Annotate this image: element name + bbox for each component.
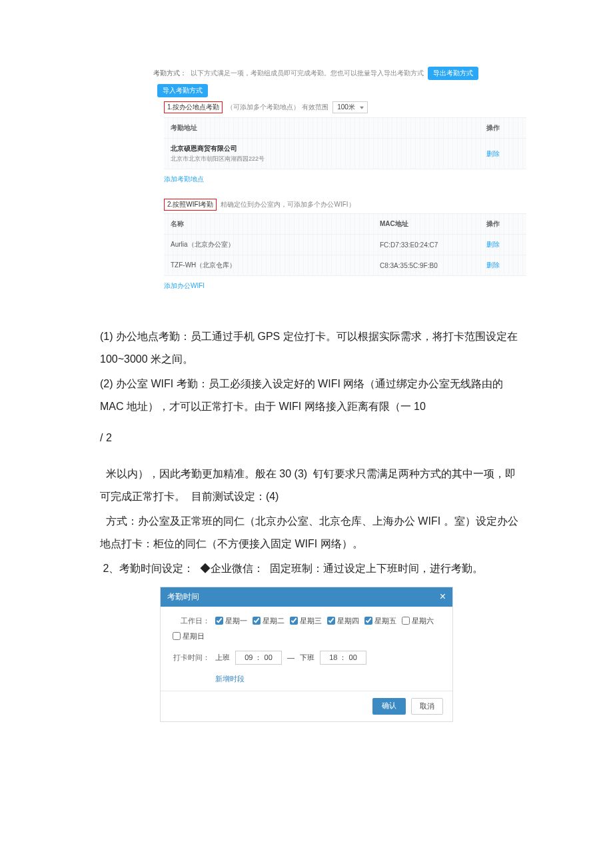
delete-location-link[interactable]: 删除 [486, 149, 520, 159]
checkbox-sat[interactable]: 星期六 [402, 616, 434, 626]
delete-wifi-link[interactable]: 删除 [486, 240, 520, 249]
document-body: (1) 办公地点考勤：员工通过手机 GPS 定位打卡。可以根据实际需求，将打卡范… [100, 325, 520, 580]
col-op2: 操作 [486, 219, 520, 229]
checkbox-tue[interactable]: 星期二 [253, 616, 285, 626]
col-op: 操作 [486, 123, 520, 133]
checkbox-fri[interactable]: 星期五 [364, 616, 396, 626]
range-select[interactable]: 100米 [332, 101, 368, 113]
modal-title: 考勤时间 [167, 591, 199, 603]
close-icon[interactable]: × [440, 591, 446, 602]
add-location-link[interactable]: 添加考勤地点 [164, 175, 204, 184]
attendance-time-modal: 考勤时间 × 工作日： 星期一 星期二 星期三 星期四 星期五 星期六 星期日 … [160, 587, 453, 722]
para-2: (2) 办公室 WIFI 考勤：员工必须接入设定好的 WIFI 网络（通过绑定办… [100, 373, 520, 417]
para-5: 2、考勤时间设定： ◆企业微信： 固定班制：通过设定上下班时间，进行考勤。 [100, 557, 520, 580]
page-fraction: / 2 [100, 427, 520, 449]
on-duty-label: 上班 [215, 653, 230, 663]
export-method-button[interactable]: 导出考勤方式 [428, 67, 478, 80]
section-location-note: （可添加多个考勤地点） 有效范围 [227, 103, 328, 112]
attendance-method-panel: 考勤方式： 以下方式满足一项，考勤组成员即可完成考勤。您也可以批量导入导出考勤方… [153, 67, 526, 299]
method-desc: 以下方式满足一项，考勤组成员即可完成考勤。您也可以批量导入导出考勤方式 [191, 69, 424, 78]
wifi-name: TZF-WH（北京仓库） [171, 261, 380, 270]
company-address: 北京市北京市朝阳区南湖西园222号 [171, 155, 486, 163]
wifi-name: Aurlia（北京办公室） [171, 240, 380, 249]
table-row: Aurlia（北京办公室） FC:D7:33:E0:24:C7 删除 [164, 235, 526, 255]
add-timeslot-link[interactable]: 新增时段 [215, 674, 245, 684]
location-table: 考勤地址 操作 北京硕恩商贸有限公司 北京市北京市朝阳区南湖西园222号 删除 [164, 117, 526, 169]
checkbox-wed[interactable]: 星期三 [290, 616, 322, 626]
off-duty-time-input[interactable]: 18 ： 00 [320, 651, 366, 665]
checkbox-mon[interactable]: 星期一 [215, 616, 247, 626]
cancel-button[interactable]: 取消 [411, 698, 443, 715]
table-row: 北京硕恩商贸有限公司 北京市北京市朝阳区南湖西园222号 删除 [164, 139, 526, 169]
on-duty-time-input[interactable]: 09 ： 00 [235, 651, 282, 665]
para-4: 方式：办公室及正常班的同仁（北京办公室、北京仓库、上海办公 WIFI 。室）设定… [100, 510, 520, 555]
modal-header: 考勤时间 × [161, 587, 452, 607]
import-method-button[interactable]: 导入考勤方式 [157, 84, 208, 97]
para-1: (1) 办公地点考勤：员工通过手机 GPS 定位打卡。可以根据实际需求，将打卡范… [100, 325, 520, 370]
section-wifi-title: 2.按照WIFI考勤 [164, 199, 217, 211]
add-wifi-link[interactable]: 添加办公WIFI [164, 281, 205, 291]
punch-time-label: 打卡时间： [173, 653, 210, 663]
method-label: 考勤方式： [153, 69, 187, 78]
checkbox-thu[interactable]: 星期四 [327, 616, 359, 626]
company-name: 北京硕恩商贸有限公司 [171, 144, 486, 153]
section-wifi-note: 精确定位到办公室内，可添加多个办公WIFI） [221, 200, 354, 209]
section-location-title: 1.按办公地点考勤 [164, 101, 223, 113]
wifi-mac: FC:D7:33:E0:24:C7 [380, 241, 486, 249]
col-address: 考勤地址 [171, 123, 486, 133]
attendance-time-modal-wrap: 考勤时间 × 工作日： 星期一 星期二 星期三 星期四 星期五 星期六 星期日 … [160, 587, 453, 722]
col-name: 名称 [171, 219, 380, 229]
off-duty-label: 下班 [300, 653, 314, 663]
workday-label: 工作日： [173, 616, 210, 626]
para-3: 米以内），因此考勤更加精准。般在 30 (3) 钉钉要求只需满足两种方式的其中一… [100, 463, 520, 507]
time-dash: — [287, 653, 295, 661]
checkbox-sun[interactable]: 星期日 [173, 631, 205, 641]
wifi-mac: C8:3A:35:5C:9F:B0 [380, 262, 486, 269]
delete-wifi-link[interactable]: 删除 [486, 261, 520, 270]
table-row: TZF-WH（北京仓库） C8:3A:35:5C:9F:B0 删除 [164, 255, 526, 276]
wifi-table: 名称 MAC地址 操作 Aurlia（北京办公室） FC:D7:33:E0:24… [164, 213, 526, 276]
col-mac: MAC地址 [380, 219, 486, 229]
confirm-button[interactable]: 确认 [372, 698, 406, 715]
